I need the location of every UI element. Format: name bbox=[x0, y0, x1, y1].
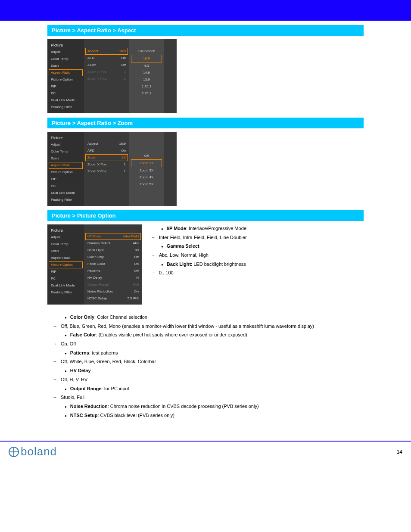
menu-item[interactable]: Aspect Ratio bbox=[49, 69, 83, 76]
menu-item[interactable]: ZoomOff bbox=[84, 62, 129, 68]
arrow-icon: → bbox=[151, 269, 156, 277]
menu-option[interactable]: 13:9 bbox=[129, 76, 164, 83]
brand-text: boland bbox=[21, 445, 57, 458]
menu-item[interactable]: Adjust bbox=[47, 49, 84, 56]
menu-item[interactable]: I/P ModeInter-Field bbox=[85, 233, 141, 240]
menu-option[interactable]: 14:9 bbox=[129, 69, 164, 76]
bullet-text: Studio, Full bbox=[61, 393, 84, 401]
menu-item[interactable]: Aspect16:9 bbox=[84, 140, 129, 147]
footer: boland 14 bbox=[0, 442, 411, 462]
menu-option[interactable]: 4:3 bbox=[129, 62, 164, 69]
menu-label: Picture Option bbox=[51, 262, 73, 268]
menu-item[interactable]: HV DelayH bbox=[84, 274, 142, 281]
menu-item[interactable]: Zoom2X bbox=[85, 154, 128, 161]
menu-label: Color Only bbox=[87, 255, 104, 260]
menu-item[interactable]: AFDOn bbox=[84, 55, 129, 62]
menu-item[interactable]: Output RangeFull bbox=[84, 281, 142, 288]
menu-item[interactable]: Color OnlyOff bbox=[84, 254, 142, 261]
menu-option[interactable]: 2.35:1 bbox=[129, 90, 164, 97]
menu-item[interactable]: Adjust bbox=[47, 234, 84, 241]
bullet-icon: ● bbox=[65, 368, 67, 374]
menu-item[interactable]: Aspect16:9 bbox=[85, 48, 128, 55]
logo-icon bbox=[9, 447, 19, 457]
bullet-text: Patterns: test patterns bbox=[70, 349, 118, 357]
menu-item[interactable]: Scan bbox=[47, 62, 84, 69]
menu-item[interactable]: Dual Link Mode bbox=[47, 97, 84, 104]
menu-item[interactable]: Peaking Filter bbox=[47, 289, 84, 296]
menu-label: Dual Link Mode bbox=[51, 283, 75, 288]
menu-value: Off bbox=[134, 268, 139, 274]
menu-label: PC bbox=[51, 184, 56, 189]
menu-value: 1 bbox=[124, 162, 126, 167]
bullet-detail: →0.. 100 bbox=[151, 269, 247, 277]
menu-item[interactable]: Color Temp bbox=[47, 56, 84, 62]
menu-option[interactable]: Off bbox=[129, 152, 164, 159]
menu-item[interactable]: Picture Option bbox=[47, 169, 84, 176]
bullet-item: ●NTSC Setup: CVBS black level (PVB serie… bbox=[47, 411, 364, 420]
bullet-text: False Color: (Enables visible pixel hot … bbox=[70, 331, 247, 339]
menu-item[interactable]: Aspect Ratio bbox=[49, 162, 83, 169]
menu-option[interactable]: Zoom 2X bbox=[131, 159, 162, 167]
menu-item[interactable]: Adjust bbox=[47, 141, 84, 148]
menu-item[interactable]: Picture Option bbox=[47, 76, 84, 83]
menu-label: Noise Reduction bbox=[87, 289, 113, 294]
bullet-item: ●Color Only: Color Channel selection bbox=[47, 313, 364, 321]
menu-item[interactable]: PC bbox=[47, 275, 84, 282]
menu-option[interactable]: 1.85:1 bbox=[129, 83, 164, 90]
page-number: 14 bbox=[397, 449, 402, 455]
menu-item[interactable]: Color Temp bbox=[47, 241, 84, 248]
menu-option[interactable]: Zoom 4X bbox=[129, 174, 164, 181]
bullet-text: Gamma Select bbox=[167, 242, 199, 250]
menu-item[interactable]: NTSC Setup7.5 IRE bbox=[84, 295, 142, 302]
menu-value: 80 bbox=[135, 248, 139, 253]
menu-value: On bbox=[121, 56, 126, 61]
menu-title: Picture bbox=[47, 227, 84, 234]
menu-value: Inter-Field bbox=[123, 234, 139, 239]
menu-item[interactable]: Zoom X Pos.1 bbox=[84, 161, 129, 168]
bullet-text: I/P Mode: Interlace/Progressive Mode bbox=[167, 224, 246, 233]
menu-label: Adjust bbox=[51, 50, 60, 55]
menu-item[interactable]: Gamma SelectAbc bbox=[84, 240, 142, 247]
bullet-icon: ● bbox=[65, 404, 67, 410]
menu-item[interactable]: Peaking Filter bbox=[47, 104, 84, 111]
menu-item[interactable]: PIP bbox=[47, 268, 84, 275]
bullet-icon: ● bbox=[65, 315, 67, 321]
menu-label: Adjust bbox=[51, 142, 60, 147]
bullet-item: ●Back Light: LED backlight brightness bbox=[151, 260, 247, 268]
menu-option[interactable]: 16:9 bbox=[131, 55, 162, 62]
bullet-detail: →Off, H, V, HV bbox=[47, 376, 364, 384]
menu-item[interactable]: Dual Link Mode bbox=[47, 190, 84, 196]
menu-item[interactable]: PatternsOff bbox=[84, 268, 142, 274]
menu-option[interactable]: Full Screen bbox=[129, 48, 164, 55]
menu-item[interactable]: Color Temp bbox=[47, 148, 84, 155]
menu-item[interactable]: Zoom X Pos.1 bbox=[84, 68, 129, 75]
menu-item[interactable]: Picture Option bbox=[49, 261, 83, 268]
menu-item[interactable]: AFDOn bbox=[84, 147, 129, 154]
menu-label: Adjust bbox=[51, 235, 60, 240]
menu-item[interactable]: PC bbox=[47, 183, 84, 190]
menu-item[interactable]: Dual Link Mode bbox=[47, 282, 84, 289]
menu-option[interactable]: Zoom 3X bbox=[129, 167, 164, 174]
menu-item[interactable]: Scan bbox=[47, 155, 84, 162]
bullet-item: ●Patterns: test patterns bbox=[47, 349, 364, 357]
section-header-picopt: Picture > Picture Option bbox=[47, 210, 364, 221]
menu-item[interactable]: PIP bbox=[47, 176, 84, 183]
menu-item[interactable]: PC bbox=[47, 90, 84, 97]
menu-label: Dual Link Mode bbox=[51, 98, 75, 103]
menu-label: Aspect bbox=[87, 49, 98, 54]
side-bullets: ●I/P Mode: Interlace/Progressive Mode→In… bbox=[151, 224, 247, 278]
menu-item[interactable]: Aspect Ratio bbox=[47, 255, 84, 261]
menu-item[interactable]: Zoom Y Pos.1 bbox=[84, 168, 129, 175]
menu-value: 16:9 bbox=[119, 141, 126, 146]
menu-item[interactable]: Peaking Filter bbox=[47, 196, 84, 203]
bullet-item: ●Output Range: for PC input bbox=[47, 385, 364, 393]
section-header-aspect: Picture > Aspect Ratio > Aspect bbox=[47, 25, 364, 36]
menu-option[interactable]: Zoom 5X bbox=[129, 181, 164, 188]
menu-item[interactable]: Back Light80 bbox=[84, 247, 142, 254]
menu-item[interactable]: Noise ReductionOn bbox=[84, 288, 142, 295]
menu-item[interactable]: False ColorOn bbox=[84, 261, 142, 268]
menu-item[interactable]: PIP bbox=[47, 83, 84, 90]
page-content: Picture > Aspect Ratio > Aspect Picture … bbox=[0, 25, 411, 419]
menu-item[interactable]: Zoom Y Pos.1 bbox=[84, 75, 129, 82]
menu-item[interactable]: Scan bbox=[47, 248, 84, 255]
